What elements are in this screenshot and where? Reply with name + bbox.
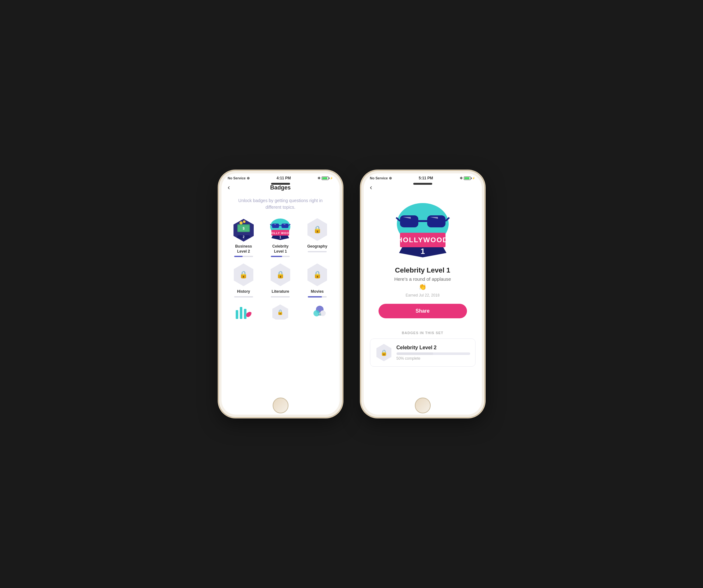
wifi-icon: ⊜	[247, 176, 250, 180]
status-left-2: No Service ⊜	[370, 176, 392, 180]
geography-hexagon: 🔒	[306, 218, 329, 241]
badge-item-history[interactable]: 🔒 History	[227, 262, 261, 298]
svg-text:$: $	[243, 227, 245, 230]
status-right-2: ✲ ⚡	[460, 176, 475, 180]
next-badge-progress-fill	[396, 352, 434, 355]
badge-name-celebrity: CelebrityLevel 1	[272, 244, 289, 254]
bluetooth-icon-2: ✲	[460, 176, 463, 180]
nav-header-1: ‹ Badges	[222, 182, 340, 195]
badges-screen: Unlock badges by getting questions right…	[222, 195, 340, 415]
badge-progress-celebrity	[271, 256, 290, 257]
svg-text:1: 1	[420, 247, 424, 255]
hero-badge-image: HOLLYWOOD 1	[394, 201, 451, 261]
svg-text:1: 1	[280, 236, 282, 239]
back-button-2[interactable]: ‹	[370, 184, 372, 191]
next-badge-pct: 50% complete	[396, 356, 470, 361]
badges-subtitle: Unlock badges by getting questions right…	[222, 195, 340, 217]
badge-item-literature[interactable]: 🔒 Literature	[263, 262, 298, 298]
detail-badge-title: Celebrity Level 1	[395, 266, 450, 274]
badge-name-history: History	[237, 289, 250, 294]
science-badge-partial-svg: 🔬	[308, 304, 327, 320]
detail-screen: HOLLYWOOD 1 Celebrity Level 1 Here's a r…	[364, 195, 482, 415]
svg-rect-18	[236, 310, 238, 319]
badge-item-business[interactable]: $ 2 BusinessLevel 2	[227, 217, 261, 257]
home-button-2[interactable]	[415, 398, 431, 413]
back-button-1[interactable]: ‹	[228, 184, 230, 191]
locked-badge-partial-svg: 🔒	[271, 304, 290, 320]
badge-icon-history: 🔒	[231, 262, 256, 287]
badge-item-celebrity[interactable]: HOLLY WOOD 1 CelebrityLevel 1	[263, 217, 298, 257]
home-button-1[interactable]	[273, 398, 289, 413]
lock-icon-movies: 🔒	[313, 271, 322, 279]
movies-hexagon: 🔒	[306, 263, 329, 286]
bluetooth-icon: ✲	[318, 176, 320, 180]
svg-text:🔒: 🔒	[277, 309, 284, 315]
badge-name-geography: Geography	[307, 244, 327, 249]
svg-rect-19	[240, 307, 242, 319]
badges-in-set-section: BADGES IN THIS SET 🔒 Celebrity Level 2 5…	[364, 326, 482, 367]
badges-in-set-label: BADGES IN THIS SET	[370, 326, 475, 339]
battery-fill	[322, 177, 327, 179]
page-title-1: Badges	[270, 184, 291, 191]
status-left: No Service ⊜	[228, 176, 250, 180]
badge-icon-celebrity: HOLLY WOOD 1	[267, 217, 293, 242]
wifi-icon-2: ⊜	[389, 176, 392, 180]
partial-badges-row: 🔒 🔬	[222, 304, 340, 328]
detail-badge-emoji: 👏	[419, 283, 426, 290]
badge-name-literature: Literature	[272, 289, 289, 294]
share-button[interactable]: Share	[379, 304, 467, 318]
next-badge-progress-bar	[396, 352, 470, 355]
battery-tip-2	[471, 177, 472, 179]
business-badge-svg: $ 2	[232, 218, 255, 242]
next-badge-card[interactable]: 🔒 Celebrity Level 2 50% complete	[370, 339, 475, 367]
celebrity-badge-svg: HOLLY WOOD 1	[269, 218, 292, 242]
hero-celebrity-badge-svg: HOLLYWOOD 1	[394, 201, 451, 263]
phone-2: No Service ⊜ 5:11 PM ✲ ⚡ ‹	[361, 171, 484, 417]
svg-text:🔬: 🔬	[318, 312, 322, 316]
literature-hexagon: 🔒	[269, 263, 292, 286]
badge-icon-geography: 🔒	[305, 217, 330, 242]
svg-point-5	[243, 221, 245, 223]
svg-text:HOLLY WOOD: HOLLY WOOD	[269, 232, 292, 235]
badge-item-movies[interactable]: 🔒 Movies	[300, 262, 335, 298]
battery-fill-2	[464, 177, 469, 179]
badge-progress-geography	[308, 251, 327, 252]
partial-badge-locked[interactable]: 🔒	[263, 304, 298, 323]
status-bar-2: No Service ⊜ 5:11 PM ✲ ⚡	[364, 173, 482, 182]
badge-progress-fill-celebrity	[271, 256, 282, 257]
battery-bolt: ⚡	[330, 177, 333, 180]
svg-text:2: 2	[243, 235, 245, 239]
partial-badge-music[interactable]	[227, 304, 261, 323]
badge-item-geography[interactable]: 🔒 Geography	[300, 217, 335, 257]
badges-grid: $ 2 BusinessLevel 2	[222, 217, 340, 304]
music-badge-partial-svg	[234, 304, 253, 320]
badge-icon-literature: 🔒	[267, 262, 293, 287]
phone-1: No Service ⊜ 4:11 PM ✲ ⚡ ‹ Badges	[219, 171, 342, 417]
no-service-text: No Service	[228, 176, 246, 180]
lock-icon-history: 🔒	[239, 271, 248, 279]
battery-bolt-2: ⚡	[472, 177, 475, 180]
svg-point-4	[239, 221, 243, 225]
badge-progress-business	[234, 256, 253, 257]
badge-progress-fill-business	[234, 256, 243, 257]
badge-name-business: BusinessLevel 2	[235, 244, 252, 254]
badge-progress-history	[234, 296, 253, 298]
time-display: 4:11 PM	[277, 176, 291, 180]
next-badge-hex: 🔒	[375, 344, 393, 361]
time-display-2: 5:11 PM	[419, 176, 433, 180]
status-bar-1: No Service ⊜ 4:11 PM ✲ ⚡	[222, 173, 340, 182]
detail-badge-date: Earned Jul 22, 2018	[406, 293, 440, 298]
battery-2: ⚡	[464, 176, 475, 180]
badge-progress-fill-movies	[308, 296, 322, 298]
next-badge-lock-icon: 🔒	[380, 349, 387, 356]
badge-name-movies: Movies	[311, 289, 324, 294]
history-hexagon: 🔒	[232, 263, 255, 286]
badge-progress-movies	[308, 296, 327, 298]
partial-badge-science[interactable]: 🔬	[300, 304, 335, 323]
badge-icon-movies: 🔒	[305, 262, 330, 287]
nav-header-2: ‹	[364, 182, 482, 195]
lock-icon-geography: 🔒	[313, 226, 322, 234]
detail-badge-subtitle: Here's a round of applause	[394, 276, 451, 282]
badge-detail-hero: HOLLYWOOD 1 Celebrity Level 1 Here's a r…	[364, 195, 482, 326]
battery-body	[322, 176, 329, 180]
